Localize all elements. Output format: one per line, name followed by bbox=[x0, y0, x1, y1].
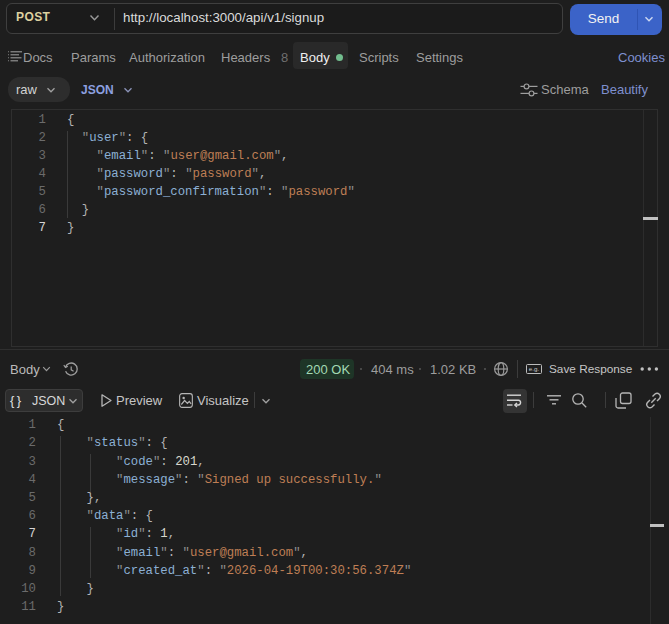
svg-text:e.g.: e.g. bbox=[529, 365, 540, 372]
